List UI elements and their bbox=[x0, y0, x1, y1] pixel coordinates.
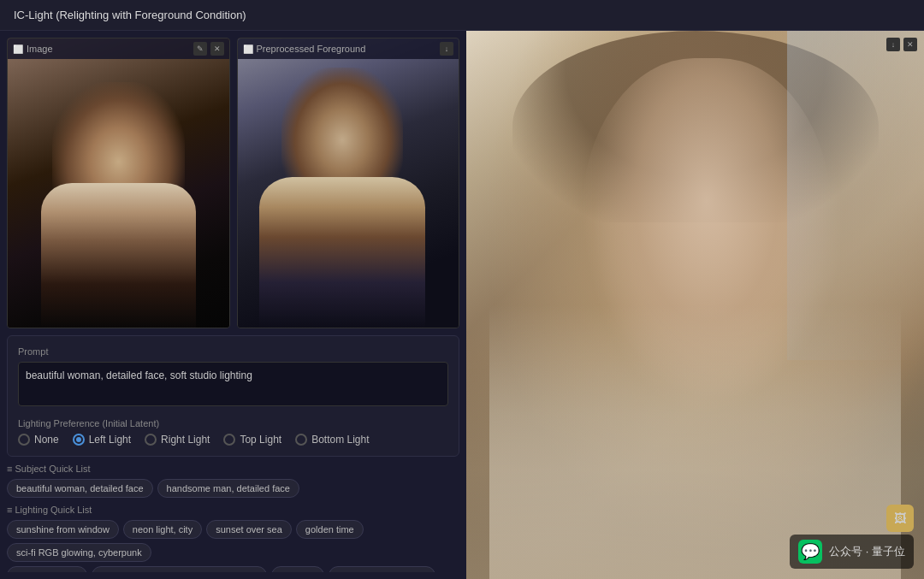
wechat-icon: 💬 bbox=[798, 540, 822, 564]
panel-1-actions: ✎ ✕ bbox=[193, 42, 224, 56]
radio-circle-none bbox=[18, 434, 30, 446]
radio-none[interactable]: None bbox=[18, 434, 59, 446]
window-overlay bbox=[787, 31, 925, 360]
main-layout: ⬜ Image ✎ ✕ ⬜ Preprocessed Foreground bbox=[0, 31, 924, 579]
edit-button[interactable]: ✎ bbox=[193, 42, 207, 56]
tag-evil-gothic[interactable]: evil, gothic, Yharnam bbox=[329, 566, 435, 572]
result-icon-symbol: 🖼 bbox=[894, 511, 906, 525]
panel-2-header: ⬜ Preprocessed Foreground ↓ bbox=[238, 38, 459, 59]
radio-circle-top bbox=[223, 434, 235, 446]
radio-circle-bottom bbox=[295, 434, 307, 446]
tag-handsome-man[interactable]: handsome man, detailed face bbox=[157, 479, 299, 498]
radio-label-right: Right Light bbox=[161, 434, 210, 446]
controls-area: Prompt Lighting Preference (Initial Late… bbox=[7, 335, 459, 457]
download-button[interactable]: ↓ bbox=[440, 42, 453, 56]
title-bar: IC-Light (Relighting with Foreground Con… bbox=[0, 0, 924, 31]
radio-circle-right bbox=[145, 434, 157, 446]
result-portrait-bg bbox=[466, 31, 924, 579]
radio-top[interactable]: Top Light bbox=[223, 434, 281, 446]
radio-label-bottom: Bottom Light bbox=[311, 434, 369, 446]
left-panel: ⬜ Image ✎ ✕ ⬜ Preprocessed Foreground bbox=[0, 31, 466, 579]
result-download-btn[interactable]: ↓ bbox=[886, 38, 900, 51]
quick-lists: ≡ Subject Quick List beautiful woman, de… bbox=[7, 464, 459, 572]
result-close-btn[interactable]: ✕ bbox=[903, 38, 917, 51]
prompt-label: Prompt bbox=[18, 346, 448, 357]
right-panel: ↓ ✕ 🖼 💬 公众号 · 量子位 bbox=[466, 31, 924, 579]
image-panel-2: ⬜ Preprocessed Foreground ↓ bbox=[237, 38, 460, 328]
lighting-section: Lighting Preference (Initial Latent) Non… bbox=[18, 418, 448, 446]
app-title: IC-Light (Relighting with Foreground Con… bbox=[14, 9, 246, 21]
image-row: ⬜ Image ✎ ✕ ⬜ Preprocessed Foreground bbox=[7, 38, 459, 328]
close-button-1[interactable]: ✕ bbox=[210, 42, 224, 56]
subject-tag-row: beautiful woman, detailed face handsome … bbox=[7, 479, 459, 498]
subject-list-header: ≡ Subject Quick List bbox=[7, 464, 459, 474]
tag-scifi-rgb[interactable]: sci-fi RGB glowing, cyberpunk bbox=[7, 543, 151, 562]
tag-magic-lit[interactable]: magic lit bbox=[271, 566, 324, 572]
image-display-2 bbox=[238, 38, 459, 328]
tag-natural-lighting[interactable]: natural lighting bbox=[7, 566, 87, 572]
watermark: 💬 公众号 · 量子位 bbox=[790, 535, 914, 569]
radio-group: None Left Light Right Light Top Light bbox=[18, 434, 448, 446]
panel-2-actions: ↓ bbox=[440, 42, 453, 56]
radio-label-none: None bbox=[34, 434, 59, 446]
tag-sunset[interactable]: sunset over sea bbox=[206, 520, 292, 539]
lighting-quick-list: ≡ Lighting Quick List sunshine from wind… bbox=[7, 505, 459, 572]
tag-neon-city[interactable]: neon light, city bbox=[123, 520, 202, 539]
radio-bottom[interactable]: Bottom Light bbox=[295, 434, 369, 446]
watermark-text: 公众号 · 量子位 bbox=[829, 544, 905, 559]
panel-2-title: ⬜ Preprocessed Foreground bbox=[243, 44, 366, 54]
lighting-tag-row-2: natural lighting warm atmosphere, at hom… bbox=[7, 566, 459, 572]
wechat-symbol: 💬 bbox=[801, 542, 820, 561]
image-display-1 bbox=[8, 38, 229, 328]
result-icon: 🖼 bbox=[886, 505, 914, 532]
lighting-list-header: ≡ Lighting Quick List bbox=[7, 505, 459, 515]
subject-quick-list: ≡ Subject Quick List beautiful woman, de… bbox=[7, 464, 459, 498]
radio-circle-left bbox=[73, 434, 85, 446]
result-image bbox=[466, 31, 924, 579]
lighting-tag-row-1: sunshine from window neon light, city su… bbox=[7, 520, 459, 562]
image-icon: ⬜ bbox=[13, 44, 23, 54]
tag-beautiful-woman[interactable]: beautiful woman, detailed face bbox=[7, 479, 153, 498]
result-corner-btns: ↓ ✕ bbox=[886, 38, 917, 51]
tag-golden-time[interactable]: golden time bbox=[296, 520, 364, 539]
radio-right[interactable]: Right Light bbox=[145, 434, 210, 446]
panel-1-title: ⬜ Image bbox=[13, 44, 53, 54]
tag-warm-atmosphere[interactable]: warm atmosphere, at home, bedroom bbox=[92, 566, 267, 572]
radio-label-top: Top Light bbox=[240, 434, 281, 446]
tag-sunshine-window[interactable]: sunshine from window bbox=[7, 520, 119, 539]
lighting-label: Lighting Preference (Initial Latent) bbox=[18, 418, 448, 428]
radio-left[interactable]: Left Light bbox=[73, 434, 131, 446]
panel-1-header: ⬜ Image ✎ ✕ bbox=[8, 38, 229, 59]
preprocessed-icon: ⬜ bbox=[243, 44, 253, 54]
prompt-input[interactable] bbox=[18, 362, 448, 406]
image-panel-1: ⬜ Image ✎ ✕ bbox=[7, 38, 230, 328]
radio-label-left: Left Light bbox=[89, 434, 131, 446]
